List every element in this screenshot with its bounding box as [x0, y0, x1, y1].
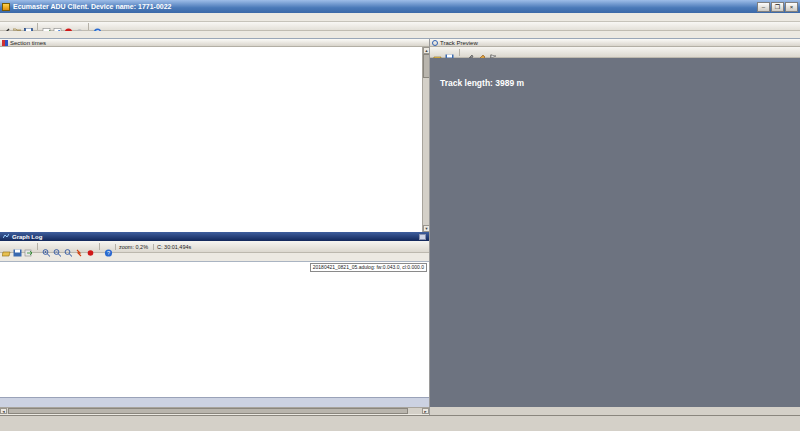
scroll-left-arrow[interactable]: ◄ [0, 408, 7, 414]
graph-log-title: Graph Log [12, 234, 42, 240]
track-preview-toolbar [430, 47, 800, 58]
import-log-icon[interactable] [42, 22, 51, 30]
svg-text:?: ? [107, 250, 110, 256]
track-canvas[interactable]: Track length: 3989 m [430, 58, 800, 407]
title-bar: Ecumaster ADU Client. Device name: 1771-… [0, 0, 800, 13]
open-folder-icon[interactable] [433, 48, 442, 56]
settings-gear-icon[interactable] [75, 22, 84, 30]
clear-icon[interactable] [75, 243, 84, 251]
time-axis [0, 397, 429, 407]
pen-icon[interactable] [2, 22, 11, 30]
main-toolbar: ? [0, 22, 800, 31]
zoom-level-label: zoom: 0,2% [115, 244, 151, 250]
export-log-icon[interactable] [53, 22, 62, 30]
graph-log-icon [3, 233, 9, 240]
open-folder-icon[interactable] [2, 243, 11, 251]
zoom-out-icon[interactable] [53, 243, 62, 251]
help-icon[interactable]: ? [104, 243, 113, 251]
save-icon[interactable] [445, 48, 454, 56]
flag-icon[interactable] [489, 48, 498, 56]
tool-icon[interactable] [465, 48, 474, 56]
vertical-scrollbar[interactable]: ▲ ▼ [422, 47, 429, 232]
section-times-panel: Section times ▲ ▼ [0, 39, 429, 232]
disconnect-icon[interactable] [64, 22, 73, 30]
graph-log-header: Graph Log [0, 232, 429, 241]
window-title: Ecumaster ADU Client. Device name: 1771-… [13, 3, 756, 10]
toolbar-separator [459, 49, 460, 56]
track-preview-title: Track Preview [440, 40, 478, 46]
maximize-button[interactable]: ❐ [771, 2, 784, 12]
graph-plot-area[interactable]: 20180421_0821_05.adulog: fw:0.043.0, cl:… [0, 262, 429, 397]
track-length-label: Track length: 3989 m [440, 78, 524, 88]
zoom-in-icon[interactable] [42, 243, 51, 251]
close-button[interactable]: × [785, 2, 798, 12]
graph-log-toolbar: ? zoom: 0,2% C: 30:01,494s [0, 241, 429, 253]
left-pane: Section times ▲ ▼ Graph Log [0, 39, 429, 415]
scroll-thumb[interactable] [8, 408, 408, 414]
minimize-button[interactable]: – [757, 2, 770, 12]
open-folder-icon[interactable] [13, 22, 22, 30]
section-times-header: Section times [0, 39, 429, 47]
pencil-icon[interactable] [477, 48, 486, 56]
track-preview-icon [432, 40, 438, 46]
app-window: Ecumaster ADU Client. Device name: 1771-… [0, 0, 800, 431]
section-times-title: Section times [10, 40, 46, 46]
save-icon[interactable] [24, 22, 33, 30]
toolbar-separator [88, 23, 89, 30]
panel-maximize-icon[interactable] [419, 234, 426, 240]
zoom-fit-icon[interactable] [64, 243, 73, 251]
track-preview-header: Track Preview [430, 39, 800, 47]
menu-bar [0, 13, 800, 22]
section-times-icon [2, 40, 8, 46]
track-preview-panel: Track Preview Track length: 3989 m [429, 39, 800, 415]
record-icon[interactable] [86, 243, 95, 251]
toolbar-separator [99, 243, 100, 250]
status-bar [0, 415, 800, 431]
cursor-time-label: C: 30:01,494s [153, 244, 194, 250]
export-icon[interactable] [24, 243, 33, 251]
help-icon[interactable]: ? [93, 22, 102, 30]
toolbar-separator [37, 243, 38, 250]
app-icon [2, 3, 10, 11]
graph-log-panel: Graph Log ? zoom: 0,2% C: 30:01,494s [0, 232, 429, 415]
toolbar-separator [37, 23, 38, 30]
main-tab-bar [0, 31, 800, 39]
horizontal-scrollbar[interactable]: ◄ ► [0, 407, 429, 414]
scroll-right-arrow[interactable]: ► [422, 408, 429, 414]
log-file-tooltip: 20180421_0821_05.adulog: fw:0.043.0, cl:… [310, 263, 427, 272]
save-icon[interactable] [13, 243, 22, 251]
